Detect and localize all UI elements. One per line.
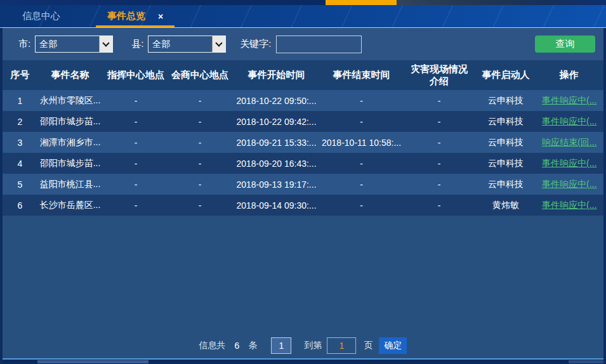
table-empty-area: 信息共 6 条 1 到第 页 确定 [3,216,603,358]
event-status-link[interactable]: 事件响应中(... [534,116,603,127]
cell-command-center: - [103,138,169,148]
county-select[interactable]: 全部 [148,36,226,53]
cell-initiator: 云申科技 [477,95,534,107]
cell-consult-center: - [169,96,231,106]
tab-event-overview-label: 事件总览 [107,10,145,22]
cell-consult-center: - [169,159,231,169]
county-select-value: 全部 [148,39,212,50]
cell-index: 1 [3,96,37,106]
cell-command-center: - [103,159,169,169]
cell-index: 4 [3,159,37,169]
table-row: 5 益阳市桃江县... - - 2018-09-13 19:17:... - -… [3,174,603,195]
event-status-link[interactable]: 事件响应中(... [534,179,603,190]
cell-end-time: - [322,200,401,211]
cell-index: 3 [3,138,37,148]
cell-event-name: 湘潭市湘乡市... [37,137,103,148]
cell-event-name: 益阳市桃江县... [37,179,103,190]
cell-end-time: - [322,117,401,127]
event-status-link[interactable]: 事件响应中(... [534,95,603,107]
table-row: 2 邵阳市城步苗... - - 2018-10-22 09:42:... - -… [3,111,603,132]
cell-index: 5 [3,179,37,190]
keyword-label: 关键字: [240,38,271,50]
goto-page-input[interactable] [327,337,356,354]
filter-bar: 市: 全部 县: 全部 关键字: 查询 [3,28,603,60]
cell-event-name: 长沙市岳麓区... [37,200,103,211]
tab-info-center[interactable]: 信息中心 [22,10,60,22]
event-status-link[interactable]: 事件响应中(... [534,158,603,169]
column-header-initiator: 事件启动人 [477,69,534,81]
table-row: 6 长沙市岳麓区... - - 2018-09-14 09:30:... - -… [3,195,603,216]
keyword-input[interactable] [276,36,362,53]
column-header-end-time: 事件结束时间 [322,69,401,81]
goto-page-suffix: 页 [364,340,372,351]
event-status-link[interactable]: 事件响应中(... [534,200,603,211]
cell-start-time: 2018-10-22 09:50:... [231,96,322,106]
pagination-total-prefix: 信息共 [199,340,226,351]
cell-initiator: 云申科技 [477,179,534,190]
scrollbar-thumb[interactable] [37,360,148,363]
confirm-page-button[interactable]: 确定 [379,337,407,354]
cell-command-center: - [103,179,169,190]
pagination-total-suffix: 条 [248,340,257,351]
cell-scene-intro: - [401,200,477,211]
cell-index: 6 [3,200,37,211]
cell-consult-center: - [169,179,231,190]
close-icon[interactable]: × [158,11,163,22]
cell-initiator: 黄炜敏 [477,200,534,211]
cell-event-name: 邵阳市城步苗... [37,116,103,127]
cell-index: 2 [3,117,37,127]
cell-consult-center: - [169,200,231,211]
cell-end-time: - [322,159,401,169]
table-row: 3 湘潭市湘乡市... - - 2018-09-21 15:33:... 201… [3,132,603,153]
city-label: 市: [18,38,30,50]
page-number-button[interactable]: 1 [271,337,291,354]
scrollbar-corner [569,360,603,363]
content-panel: 市: 全部 县: 全部 关键字: 查询 序号 事件名称 指挥中心地点 会商中心地… [0,28,606,364]
tab-event-overview[interactable]: 事件总览 × [96,5,175,27]
city-select[interactable]: 全部 [35,36,113,53]
table-row: 1 永州市零陵区... - - 2018-10-22 09:50:... - -… [3,90,603,111]
city-select-value: 全部 [36,39,99,50]
cell-scene-intro: - [401,159,477,169]
pagination-bar: 信息共 6 条 1 到第 页 确定 [199,337,407,354]
cell-scene-intro: - [401,96,477,106]
cell-start-time: 2018-09-21 15:33:... [231,138,322,148]
horizontal-scrollbar[interactable] [3,360,603,364]
cell-start-time: 2018-09-20 16:43:... [231,159,322,169]
chevron-down-icon[interactable] [212,36,225,52]
column-header-scene-intro: 灾害现场情况介绍 [401,63,477,88]
county-label: 县: [131,38,143,50]
cell-consult-center: - [169,138,231,148]
top-nav-photo-area [397,0,606,5]
cell-command-center: - [103,96,169,106]
column-header-event-name: 事件名称 [37,69,103,81]
cell-end-time: - [322,96,401,106]
cell-event-name: 邵阳市城步苗... [37,158,103,169]
cell-start-time: 2018-09-13 19:17:... [231,179,322,190]
cell-start-time: 2018-10-22 09:42:... [231,117,322,127]
column-header-start-time: 事件开始时间 [231,69,322,81]
table-body: 1 永州市零陵区... - - 2018-10-22 09:50:... - -… [3,90,603,216]
cell-initiator: 云申科技 [477,137,534,148]
top-nav-strip [0,0,606,5]
cell-start-time: 2018-09-14 09:30:... [231,200,322,211]
cell-end-time: - [322,179,401,190]
tab-bar: 信息中心 事件总览 × [0,5,606,28]
query-button[interactable]: 查询 [535,36,595,53]
app-window: 信息中心 事件总览 × 市: 全部 县: 全部 关键字: 查询 [0,0,606,364]
column-header-action: 操作 [534,69,603,81]
top-nav-active-segment [326,0,397,5]
cell-scene-intro: - [401,138,477,148]
cell-end-time: 2018-10-11 10:58:... [322,138,401,148]
cell-initiator: 云申科技 [477,158,534,169]
column-header-command-center: 指挥中心地点 [103,69,169,81]
cell-event-name: 永州市零陵区... [37,95,103,107]
chevron-down-icon[interactable] [99,36,112,52]
table-header: 序号 事件名称 指挥中心地点 会商中心地点 事件开始时间 事件结束时间 灾害现场… [3,60,603,90]
cell-scene-intro: - [401,117,477,127]
event-status-link[interactable]: 响应结束(回... [534,137,603,148]
table-row: 4 邵阳市城步苗... - - 2018-09-20 16:43:... - -… [3,153,603,174]
cell-consult-center: - [169,117,231,127]
cell-command-center: - [103,117,169,127]
pagination-total-count: 6 [235,341,240,351]
